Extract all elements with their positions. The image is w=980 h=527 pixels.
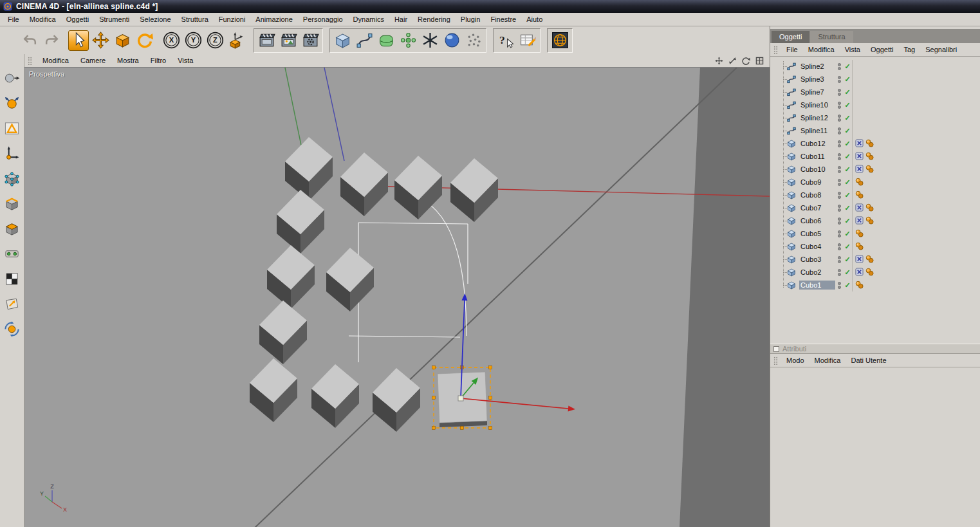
add-cube-button[interactable] (332, 30, 353, 51)
x-axis-lock-button[interactable]: X (161, 30, 181, 51)
enabled-check[interactable]: ✓ (843, 165, 852, 174)
object-row-spline3[interactable]: Spline3✓ (770, 73, 980, 86)
snap-mode-button[interactable] (3, 319, 22, 338)
animation-mode-button[interactable] (3, 244, 22, 263)
texture-mode-button[interactable] (3, 118, 22, 138)
add-particles-button[interactable] (463, 30, 484, 51)
align-to-spline-tag-icon[interactable] (865, 152, 874, 161)
xpresso-tag-icon[interactable] (855, 216, 864, 225)
visibility-dots[interactable] (835, 102, 843, 109)
visibility-dots[interactable] (835, 217, 843, 225)
pan-view-button[interactable] (714, 55, 724, 66)
menu-finestre[interactable]: Finestre (485, 14, 521, 25)
gizmo-arrowhead[interactable] (462, 293, 468, 300)
object-row-cubo2[interactable]: Cubo2✓ (770, 266, 980, 279)
add-deformer-button[interactable] (420, 30, 440, 51)
object-row-cubo1[interactable]: Cubo1✓ (770, 279, 980, 291)
scene-cube[interactable] (311, 364, 359, 428)
om-menu-oggetti[interactable]: Oggetti (865, 44, 898, 55)
selection-handle[interactable] (432, 366, 436, 369)
viewport-menu-filtro[interactable]: Filtro (145, 55, 172, 66)
object-row-spline12[interactable]: Spline12✓ (770, 111, 980, 124)
add-array-button[interactable] (398, 30, 418, 51)
object-row-spline2[interactable]: Spline2✓ (770, 60, 980, 73)
align-to-spline-tag-icon[interactable] (865, 165, 874, 174)
visibility-dots[interactable] (835, 205, 843, 212)
visibility-dots[interactable] (835, 282, 843, 289)
enabled-check[interactable]: ✓ (843, 255, 852, 264)
align-to-spline-tag-icon[interactable] (865, 216, 874, 225)
edges-mode-button[interactable] (3, 194, 22, 213)
am-menu-modifica[interactable]: Modifica (809, 355, 846, 365)
selection-handle[interactable] (432, 396, 436, 400)
z-axis-lock-button[interactable]: Z (205, 30, 225, 51)
menu-modifica[interactable]: Modifica (24, 14, 61, 25)
render-settings-button[interactable] (300, 30, 320, 51)
am-panel-grip[interactable] (773, 356, 778, 365)
align-to-spline-tag-icon[interactable] (855, 242, 864, 251)
menu-personaggio[interactable]: Personaggio (298, 14, 348, 25)
enabled-check[interactable]: ✓ (843, 281, 852, 290)
enabled-check[interactable]: ✓ (843, 88, 852, 97)
align-to-spline-tag-icon[interactable] (865, 203, 874, 212)
enabled-check[interactable]: ✓ (843, 217, 852, 225)
visibility-dots[interactable] (835, 127, 843, 134)
enabled-check[interactable]: ✓ (843, 204, 852, 212)
tab-oggetti[interactable]: Oggetti (772, 31, 809, 43)
viewport-canvas[interactable]: ZYX (24, 68, 770, 527)
xpresso-tag-icon[interactable] (855, 203, 864, 212)
enabled-check[interactable]: ✓ (843, 230, 852, 238)
dolly-view-button[interactable] (727, 55, 737, 66)
select-arrow-button[interactable] (68, 30, 89, 51)
enabled-check[interactable]: ✓ (843, 191, 852, 199)
visibility-dots[interactable] (835, 140, 843, 147)
visibility-dots[interactable] (835, 63, 843, 70)
selection-handle[interactable] (489, 427, 492, 430)
menu-selezione[interactable]: Selezione (134, 14, 176, 25)
scene-cube[interactable] (373, 368, 420, 432)
visibility-dots[interactable] (835, 230, 843, 237)
selection-handle[interactable] (489, 396, 492, 400)
selected-cube[interactable] (432, 293, 575, 429)
align-to-spline-tag-icon[interactable] (855, 229, 864, 238)
om-panel-grip[interactable] (773, 46, 778, 54)
xpresso-tag-icon[interactable] (855, 165, 864, 174)
enabled-check[interactable]: ✓ (843, 75, 852, 84)
align-to-spline-tag-icon[interactable] (865, 139, 874, 148)
toggle-layout-button[interactable] (754, 55, 764, 66)
om-menu-modifica[interactable]: Modifica (803, 44, 840, 55)
menu-plugin[interactable]: Plugin (456, 14, 486, 25)
enabled-check[interactable]: ✓ (843, 114, 852, 122)
enabled-check[interactable]: ✓ (843, 127, 852, 135)
object-row-cubo3[interactable]: Cubo3✓ (770, 253, 980, 266)
object-row-cubo6[interactable]: Cubo6✓ (770, 214, 980, 227)
rotate-tool-button[interactable] (134, 30, 154, 51)
object-row-cubo8[interactable]: Cubo8✓ (770, 189, 980, 201)
rotate-view-button[interactable] (741, 55, 751, 66)
command-manager-button[interactable] (517, 30, 538, 51)
redo-button[interactable] (41, 30, 62, 51)
align-to-spline-tag-icon[interactable] (865, 255, 874, 264)
menu-rendering[interactable]: Rendering (412, 14, 456, 25)
object-row-spline10[interactable]: Spline10✓ (770, 98, 980, 111)
visibility-dots[interactable] (835, 76, 843, 83)
y-axis-lock-button[interactable]: Y (183, 30, 203, 51)
am-lock-checkbox[interactable] (773, 346, 779, 352)
scene-cube[interactable] (285, 137, 333, 201)
om-menu-vista[interactable]: Vista (840, 44, 865, 55)
visibility-dots[interactable] (835, 179, 843, 186)
object-row-cubo7[interactable]: Cubo7✓ (770, 201, 980, 214)
enabled-check[interactable]: ✓ (843, 268, 852, 277)
menu-aiuto[interactable]: Aiuto (521, 14, 548, 25)
menu-strumenti[interactable]: Strumenti (94, 14, 134, 25)
align-to-spline-tag-icon[interactable] (855, 178, 864, 187)
visibility-dots[interactable] (835, 192, 843, 199)
scene-cube[interactable] (326, 248, 374, 311)
object-row-cubo9[interactable]: Cubo9✓ (770, 176, 980, 189)
scene-cube[interactable] (450, 158, 498, 222)
visibility-dots[interactable] (835, 256, 843, 263)
selection-handle[interactable] (489, 366, 492, 369)
add-spline-button[interactable] (354, 30, 374, 51)
coordinate-system-button[interactable] (227, 30, 247, 51)
viewport-menu-camere[interactable]: Camere (75, 55, 111, 66)
